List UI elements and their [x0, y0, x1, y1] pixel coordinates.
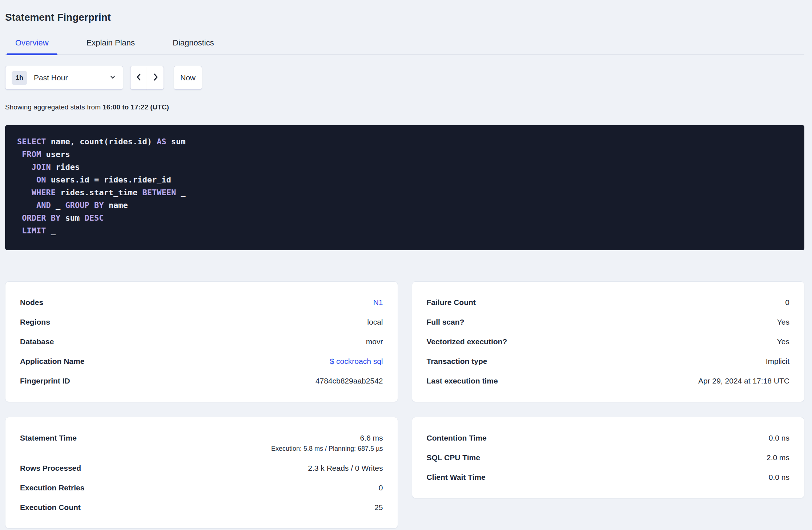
tab-diagnostics[interactable]: Diagnostics — [164, 39, 223, 54]
row-execution-count: Execution Count25 — [20, 498, 383, 517]
row-contention-time: Contention Time0.0 ns — [427, 428, 790, 448]
sql-keyword: ORDER BY — [22, 213, 60, 222]
sql-text — [17, 188, 32, 197]
now-button[interactable]: Now — [174, 66, 202, 90]
kv-label: Failure Count — [427, 298, 476, 307]
code-line: JOIN rides — [17, 161, 797, 173]
kv-value-wrap: Implicit — [766, 357, 789, 366]
row-fingerprint-id: Fingerprint ID4784cb829aab2542 — [20, 371, 383, 391]
kv-value-wrap: N1 — [373, 298, 383, 307]
kv-value-wrap: 25 — [374, 503, 383, 512]
code-line: ON users.id = rides.rider_id — [17, 173, 797, 186]
kv-label: Last execution time — [427, 377, 498, 385]
chevron-right-icon — [152, 72, 160, 84]
kv-label: Database — [20, 337, 54, 346]
kv-value: Implicit — [766, 357, 789, 365]
kv-label: Execution Retries — [20, 483, 84, 492]
kv-value-wrap: $ cockroach sql — [330, 357, 383, 366]
row-application-name: Application Name$ cockroach sql — [20, 352, 383, 371]
sql-text: sum — [166, 137, 186, 146]
sql-keyword: AND — [36, 201, 51, 210]
kv-label: Nodes — [20, 298, 43, 307]
kv-value: 6.6 ms — [360, 434, 383, 442]
sql-keyword: BETWEEN — [142, 188, 176, 197]
tab-explain-plans[interactable]: Explain Plans — [78, 39, 144, 54]
sql-text: name, count(rides.id) — [46, 137, 157, 146]
sql-text: rides.start_time — [56, 188, 142, 197]
kv-label: Statement Time — [20, 434, 77, 442]
sql-text: name — [104, 201, 128, 210]
kv-value: 0 — [785, 298, 789, 306]
statement-timing-card: Statement Time6.6 msExecution: 5.8 ms / … — [5, 417, 398, 529]
kv-secondary: Execution: 5.8 ms / Planning: 687.5 µs — [271, 444, 383, 453]
sql-text: _ — [176, 188, 186, 197]
sql-keyword: GROUP BY — [65, 201, 104, 210]
next-time-button[interactable] — [147, 66, 164, 90]
sql-keyword: WHERE — [32, 188, 56, 197]
kv-value-wrap: 0.0 ns — [769, 473, 789, 482]
kv-label: Rows Processed — [20, 464, 81, 473]
row-failure-count: Failure Count0 — [427, 293, 790, 312]
kv-value: 4784cb829aab2542 — [315, 377, 383, 385]
tab-bar: Overview Explain Plans Diagnostics — [5, 39, 804, 55]
kv-label: Client Wait Time — [427, 473, 486, 482]
nodes-link[interactable]: N1 — [373, 298, 383, 306]
now-button-label: Now — [180, 73, 196, 82]
code-line: ORDER BY sum DESC — [17, 212, 797, 224]
kv-label: Application Name — [20, 357, 84, 366]
sql-text: _ — [51, 201, 65, 210]
sql-keyword: SELECT — [17, 137, 46, 146]
kv-label: Regions — [20, 318, 50, 326]
sql-text: _ — [46, 226, 56, 235]
stats-cards: NodesN1RegionslocalDatabasemovrApplicati… — [5, 281, 804, 529]
kv-value-wrap: Yes — [777, 337, 789, 346]
chevron-down-icon — [109, 73, 117, 83]
kv-value: 2.0 ms — [767, 453, 789, 462]
stats-prefix: Showing aggregated stats from — [5, 103, 102, 111]
kv-label: Full scan? — [427, 318, 465, 326]
kv-value-wrap: 6.6 msExecution: 5.8 ms / Planning: 687.… — [271, 434, 383, 453]
wait-time-card: Contention Time0.0 nsSQL CPU Time2.0 msC… — [412, 417, 805, 498]
kv-value-wrap: 2.0 ms — [767, 453, 789, 462]
sql-keyword: JOIN — [32, 162, 51, 172]
kv-value-wrap: Yes — [777, 318, 789, 326]
sql-text — [17, 226, 22, 235]
code-line: WHERE rides.start_time BETWEEN _ — [17, 186, 797, 199]
row-statement-time: Statement Time6.6 msExecution: 5.8 ms / … — [20, 428, 383, 458]
code-line: AND _ GROUP BY name — [17, 199, 797, 212]
stats-range: 16:00 to 17:22 (UTC) — [102, 103, 169, 111]
kv-value: 2.3 k Reads / 0 Writes — [308, 464, 383, 472]
sql-keyword: LIMIT — [22, 226, 46, 235]
kv-label: SQL CPU Time — [427, 453, 480, 462]
code-line: SELECT name, count(rides.id) AS sum — [17, 135, 797, 148]
row-transaction-type: Transaction typeImplicit — [427, 352, 790, 371]
application-name-link[interactable]: $ cockroach sql — [330, 357, 383, 365]
tab-overview[interactable]: Overview — [7, 39, 57, 54]
kv-value: Apr 29, 2024 at 17:18 UTC — [698, 377, 789, 385]
sql-statement-box: SELECT name, count(rides.id) AS sum FROM… — [5, 125, 804, 250]
row-sql-cpu-time: SQL CPU Time2.0 ms — [427, 448, 790, 467]
row-last-execution-time: Last execution timeApr 29, 2024 at 17:18… — [427, 371, 790, 391]
row-vectorized-execution: Vectorized execution?Yes — [427, 332, 790, 352]
statement-fingerprint-page: Statement Fingerprint Overview Explain P… — [0, 0, 812, 529]
kv-value: Yes — [777, 337, 789, 346]
kv-value: 0.0 ns — [769, 434, 789, 442]
kv-value: 0.0 ns — [769, 473, 789, 481]
tab-overview-label: Overview — [15, 38, 49, 47]
kv-label: Contention Time — [427, 434, 487, 442]
time-range-badge: 1h — [12, 71, 27, 85]
kv-label: Transaction type — [427, 357, 487, 366]
previous-time-button[interactable] — [130, 66, 147, 90]
tab-explain-plans-label: Explain Plans — [87, 38, 135, 47]
kv-value: local — [367, 318, 383, 326]
execution-attributes-card: Failure Count0Full scan?YesVectorized ex… — [412, 281, 805, 402]
row-regions: Regionslocal — [20, 312, 383, 332]
sql-keyword: AS — [157, 137, 166, 146]
kv-value: Yes — [777, 318, 789, 326]
time-range-dropdown[interactable]: 1h Past Hour — [5, 66, 123, 90]
kv-label: Execution Count — [20, 503, 81, 512]
kv-value-wrap: 4784cb829aab2542 — [315, 377, 383, 385]
aggregated-stats-text: Showing aggregated stats from 16:00 to 1… — [5, 103, 804, 112]
time-controls: 1h Past Hour Now — [5, 66, 804, 90]
row-database: Databasemovr — [20, 332, 383, 352]
